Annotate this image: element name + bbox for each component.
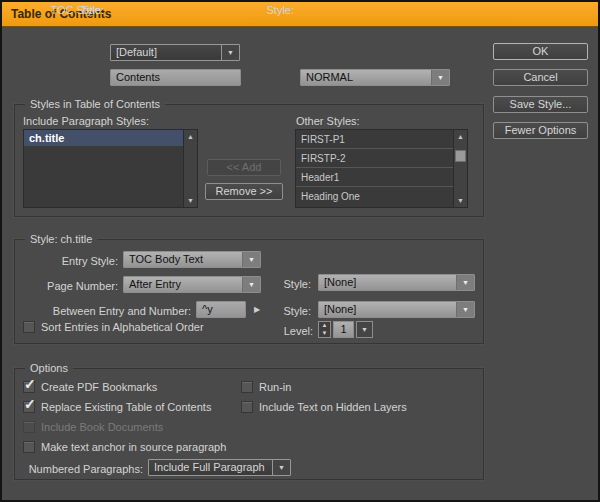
level-dropdown[interactable]: ▼ (356, 321, 373, 338)
entry-style-label: Entry Style: (15, 253, 118, 269)
other-styles-label: Other Styles: (296, 113, 360, 129)
style-detail-legend: Style: ch.title (25, 232, 97, 247)
toc-style-dropdown[interactable]: [Default] ▼ (110, 44, 240, 61)
scroll-down-icon[interactable]: ▼ (184, 194, 197, 207)
remove-button[interactable]: Remove >> (205, 183, 283, 200)
header-style-label: Style: (242, 2, 294, 18)
page-number-dropdown[interactable]: After Entry ▼ (123, 276, 261, 293)
run-in-label: Run-in (259, 380, 291, 394)
chevron-down-icon: ▼ (431, 70, 449, 85)
chevron-down-icon: ▼ (361, 326, 368, 333)
between-style-value: [None] (319, 302, 456, 317)
list-item[interactable]: ch.title (24, 130, 183, 146)
other-list-scrollbar[interactable]: ▲ ▼ (453, 130, 467, 207)
chevron-down-icon: ▼ (456, 275, 474, 290)
scroll-up-icon[interactable]: ▲ (184, 130, 197, 143)
scroll-down-icon[interactable]: ▼ (454, 194, 467, 207)
toc-style-value: [Default] (111, 45, 221, 60)
include-book-documents-checkbox (23, 421, 35, 433)
create-pdf-bookmarks-checkbox[interactable] (23, 381, 35, 393)
spinner-down-icon[interactable]: ▼ (319, 330, 330, 338)
include-book-documents-label: Include Book Documents (41, 420, 163, 434)
sort-entries-checkbox[interactable] (23, 321, 35, 333)
page-number-label: Page Number: (15, 278, 118, 294)
header-style-value: NORMAL (301, 70, 431, 85)
include-paragraph-styles-label: Include Paragraph Styles: (23, 113, 149, 129)
create-pdf-bookmarks-label: Create PDF Bookmarks (41, 380, 157, 394)
between-entry-input[interactable]: ^y (196, 301, 246, 318)
chevron-down-icon: ▼ (456, 302, 474, 317)
sort-entries-label: Sort Entries in Alphabetical Order (41, 320, 204, 334)
style-detail-group: Style: ch.title Entry Style: TOC Body Te… (14, 239, 484, 344)
chevron-down-icon: ▼ (242, 252, 260, 267)
between-entry-label: Between Entry and Number: (15, 303, 191, 319)
save-style-button[interactable]: Save Style... (493, 96, 588, 113)
level-value[interactable]: 1 (333, 321, 354, 338)
other-styles-list[interactable]: FIRST-P1 FIRSTP-2 Header1 Heading One ▲ … (295, 129, 468, 208)
include-list-scrollbar[interactable]: ▲ ▼ (183, 130, 197, 207)
numbered-paragraphs-label: Numbered Paragraphs: (15, 461, 143, 477)
chevron-down-icon: ▼ (272, 460, 290, 475)
replace-existing-toc-checkbox[interactable] (23, 401, 35, 413)
styles-group-legend: Styles in Table of Contents (25, 97, 165, 112)
scroll-up-icon[interactable]: ▲ (454, 130, 467, 143)
between-style-dropdown[interactable]: [None] ▼ (318, 301, 475, 318)
page-number-style-label: Style: (261, 276, 311, 292)
fewer-options-button[interactable]: Fewer Options (493, 122, 588, 139)
replace-existing-toc-label: Replace Existing Table of Contents (41, 400, 211, 414)
include-paragraph-styles-list[interactable]: ch.title ▲ ▼ (23, 129, 198, 208)
numbered-paragraphs-value: Include Full Paragraph (149, 460, 272, 475)
spinner-up-icon[interactable]: ▲ (319, 322, 330, 330)
title-label: Title: (2, 2, 104, 18)
options-legend: Options (25, 361, 73, 376)
entry-style-dropdown[interactable]: TOC Body Text ▼ (123, 251, 261, 268)
options-group: Options Create PDF Bookmarks Replace Exi… (14, 368, 484, 480)
list-item[interactable]: FIRSTP-2 (296, 149, 453, 168)
styles-group: Styles in Table of Contents Include Para… (14, 104, 484, 217)
title-input[interactable]: Contents (110, 69, 241, 86)
entry-style-value: TOC Body Text (124, 252, 242, 267)
ok-button[interactable]: OK (493, 43, 588, 60)
page-number-value: After Entry (124, 277, 242, 292)
header-style-dropdown[interactable]: NORMAL ▼ (300, 69, 450, 86)
list-item[interactable]: Header1 (296, 168, 453, 187)
list-item[interactable]: Heading One (296, 187, 453, 206)
include-hidden-layers-label: Include Text on Hidden Layers (259, 400, 407, 414)
chevron-down-icon: ▼ (221, 45, 239, 60)
toc-dialog: Table of Contents TOC Style: [Default] ▼… (0, 0, 600, 502)
cancel-button[interactable]: Cancel (493, 69, 588, 86)
level-stepper[interactable]: ▲ ▼ (318, 321, 331, 338)
flyout-arrow-icon[interactable]: ▶ (254, 305, 260, 314)
numbered-paragraphs-dropdown[interactable]: Include Full Paragraph ▼ (148, 459, 291, 476)
chevron-down-icon: ▼ (242, 277, 260, 292)
make-text-anchor-checkbox[interactable] (23, 441, 35, 453)
list-item[interactable]: FIRST-P1 (296, 130, 453, 149)
add-button: << Add (207, 159, 281, 176)
level-label: Level: (263, 323, 313, 339)
between-style-label: Style: (261, 303, 311, 319)
page-number-style-dropdown[interactable]: [None] ▼ (318, 274, 475, 291)
scrollbar-thumb[interactable] (455, 150, 466, 162)
include-hidden-layers-checkbox[interactable] (241, 401, 253, 413)
run-in-checkbox[interactable] (241, 381, 253, 393)
make-text-anchor-label: Make text anchor in source paragraph (41, 440, 226, 454)
page-number-style-value: [None] (319, 275, 456, 290)
